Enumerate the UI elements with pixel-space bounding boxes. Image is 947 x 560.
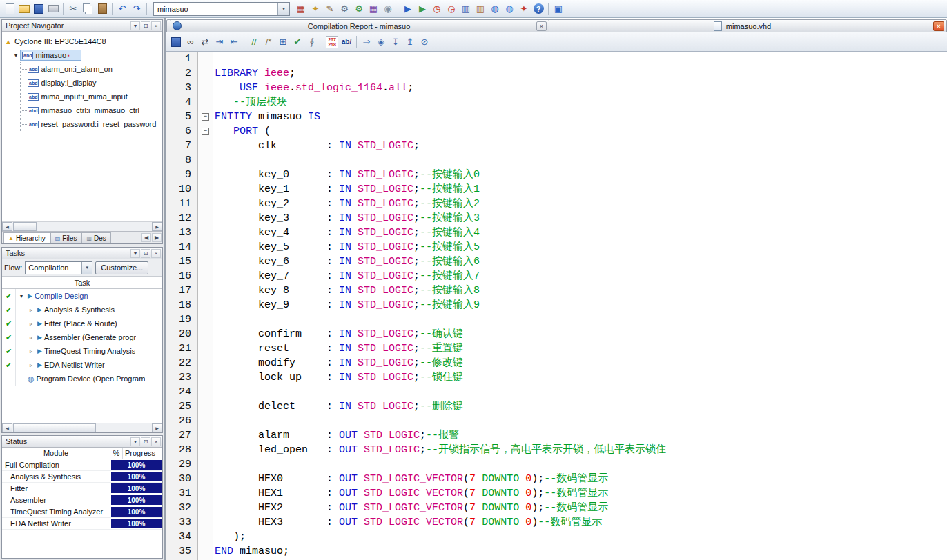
- expand-icon[interactable]: ▹: [27, 321, 35, 327]
- window-pin-icon[interactable]: ▾: [130, 437, 140, 446]
- tree-item-instance[interactable]: abdmima_input:i_mima_input: [21, 90, 162, 103]
- tree-item-instance[interactable]: abdalarm_on:i_alarm_on: [21, 62, 162, 76]
- bookmark-prev-icon[interactable]: ↥: [403, 35, 417, 49]
- project-navigator-header[interactable]: Project Navigator ▾⊡×: [2, 20, 162, 32]
- code-line[interactable]: confirm : IN STD_LOGIC;--确认键: [215, 327, 947, 341]
- code-line[interactable]: delect : IN STD_LOGIC;--删除键: [215, 399, 947, 414]
- code-line[interactable]: lock_up : IN STD_LOGIC;--锁住键: [215, 370, 947, 385]
- dropdown-icon[interactable]: ▾: [81, 262, 92, 274]
- scroll-thumb[interactable]: [13, 222, 37, 231]
- line-column-indicator[interactable]: 267268: [325, 35, 339, 49]
- code-line[interactable]: key_6 : IN STD_LOGIC;--按键输入6: [215, 254, 947, 269]
- window-close-icon[interactable]: ×: [151, 437, 161, 446]
- code-line[interactable]: END mimasuo;: [215, 544, 947, 559]
- code-line[interactable]: key_4 : IN STD_LOGIC;--按键输入4: [215, 226, 947, 240]
- window-float-icon[interactable]: ⊡: [141, 437, 150, 446]
- find-icon[interactable]: ∞: [184, 35, 197, 49]
- combo-dropdown-icon[interactable]: ▾: [277, 3, 289, 15]
- support-icon[interactable]: ✦: [517, 2, 531, 16]
- task-row[interactable]: ✔▹▶Fitter (Place & Route): [2, 317, 162, 330]
- print-icon[interactable]: [46, 2, 60, 16]
- simulator-icon[interactable]: ◉: [381, 2, 395, 16]
- tree-item-instance[interactable]: abdmimasuo_ctrl:i_mimasuo_ctrl: [21, 103, 162, 117]
- paste-icon[interactable]: [95, 2, 109, 16]
- code-line[interactable]: key_5 : IN STD_LOGIC;--按键输入5: [215, 240, 947, 254]
- tasks-header[interactable]: Tasks ▾⊡×: [2, 248, 162, 259]
- code-line[interactable]: HEX0 : OUT STD_LOGIC_VECTOR(7 DOWNTO 0);…: [215, 472, 947, 486]
- code-line[interactable]: [215, 153, 947, 168]
- insert-template-icon[interactable]: ⊞: [276, 35, 290, 49]
- technology-viewer-icon[interactable]: ▥: [474, 2, 487, 16]
- report-window-titlebar[interactable]: Compilation Report - mimasuo ×: [170, 19, 549, 32]
- expand-icon[interactable]: ▹: [27, 362, 35, 368]
- fold-collapse-icon[interactable]: −: [202, 113, 209, 121]
- start-analysis-icon[interactable]: ▶: [416, 2, 429, 16]
- fold-collapse-icon[interactable]: −: [202, 128, 209, 135]
- open-file-icon[interactable]: [17, 2, 31, 16]
- tree-item-instance[interactable]: abdreset_password:i_reset_password: [21, 117, 162, 131]
- tab-scroll-right-icon[interactable]: ▶: [152, 233, 162, 242]
- task-horizontal-scrollbar[interactable]: ◀▶: [2, 423, 162, 432]
- scroll-track[interactable]: [12, 423, 152, 432]
- window-close-icon[interactable]: ×: [151, 249, 161, 258]
- code-line[interactable]: key_0 : IN STD_LOGIC;--按键输入0: [215, 168, 947, 182]
- code-line[interactable]: [215, 312, 947, 327]
- progress-column-header[interactable]: Progress: [123, 448, 162, 459]
- replace-icon[interactable]: ⇄: [198, 35, 212, 49]
- new-file-icon[interactable]: [3, 2, 17, 16]
- code-line[interactable]: key_1 : IN STD_LOGIC;--按键输入1: [215, 182, 947, 197]
- scroll-right-icon[interactable]: ▶: [152, 222, 162, 231]
- goto-icon[interactable]: ⇒: [360, 35, 373, 49]
- undo-icon[interactable]: ↶: [115, 2, 129, 16]
- scroll-right-icon[interactable]: ▶: [152, 423, 162, 432]
- increase-indent-icon[interactable]: ⇥: [213, 35, 226, 49]
- tab-hierarchy[interactable]: ▲Hierarchy: [3, 232, 50, 243]
- code-line[interactable]: key_9 : IN STD_LOGIC;--按键输入9: [215, 298, 947, 312]
- status-header[interactable]: Status ▾⊡×: [2, 436, 162, 448]
- window-pin-icon[interactable]: ▾: [130, 21, 140, 30]
- redo-icon[interactable]: ↷: [130, 2, 144, 16]
- timequest-icon[interactable]: ◷: [430, 2, 444, 16]
- syntax-check-icon[interactable]: ✔: [291, 35, 304, 49]
- scroll-left-icon[interactable]: ◀: [2, 423, 12, 432]
- comment-icon[interactable]: //: [247, 35, 261, 49]
- code-line[interactable]: USE ieee.std_logic_1164.all;: [215, 81, 947, 95]
- window-close-icon[interactable]: ×: [151, 21, 161, 30]
- code-line[interactable]: [215, 414, 947, 428]
- tree-item-root[interactable]: ▾ abd mimasuo ▪: [2, 48, 162, 62]
- code-line[interactable]: key_2 : IN STD_LOGIC;--按键输入2: [215, 197, 947, 211]
- compiler-settings-icon[interactable]: ⚙: [352, 2, 366, 16]
- expand-icon[interactable]: ▹: [27, 348, 35, 354]
- task-row[interactable]: ◍Program Device (Open Program: [2, 372, 162, 386]
- settings-icon[interactable]: ⚙: [338, 2, 351, 16]
- code-line[interactable]: alarm : OUT STD_LOGIC;--报警: [215, 428, 947, 443]
- project-select[interactable]: mimasuo▾: [153, 2, 290, 16]
- code-line[interactable]: ENTITY mimasuo IS: [215, 110, 947, 124]
- tree-item-device[interactable]: ▲ Cyclone III: EP3C5E144C8: [2, 34, 162, 48]
- task-row[interactable]: ✔▹▶TimeQuest Timing Analysis: [2, 344, 162, 358]
- save-icon[interactable]: [169, 35, 183, 49]
- bookmark-next-icon[interactable]: ↧: [389, 35, 402, 49]
- code-line[interactable]: HEX2 : OUT STD_LOGIC_VECTOR(7 DOWNTO 0);…: [215, 501, 947, 515]
- scroll-left-icon[interactable]: ◀: [2, 222, 12, 231]
- window-float-icon[interactable]: ⊡: [141, 249, 150, 258]
- code-line[interactable]: reset : IN STD_LOGIC;--重置键: [215, 341, 947, 356]
- tab-scroll-left-icon[interactable]: ◀: [141, 233, 151, 242]
- code-line[interactable]: [215, 385, 947, 399]
- task-row[interactable]: ✔▹▶Analysis & Synthesis: [2, 303, 162, 317]
- decrease-indent-icon[interactable]: ⇤: [227, 35, 241, 49]
- code-line[interactable]: key_7 : IN STD_LOGIC;--按键输入7: [215, 269, 947, 283]
- uncomment-icon[interactable]: /*: [262, 35, 275, 49]
- scroll-track[interactable]: [12, 222, 152, 231]
- close-project-icon[interactable]: ▦: [294, 2, 308, 16]
- code-line[interactable]: [215, 457, 947, 472]
- code-line[interactable]: --顶层模块: [215, 95, 947, 110]
- code-line[interactable]: HEX3 : OUT STD_LOGIC_VECTOR(7 DOWNTO 0)-…: [215, 515, 947, 530]
- rtl-viewer-icon[interactable]: ▥: [459, 2, 473, 16]
- pin-planner-icon[interactable]: ✦: [309, 2, 322, 16]
- code-line[interactable]: );: [215, 530, 947, 544]
- ab-marker-icon[interactable]: ab/: [340, 35, 353, 49]
- window-float-icon[interactable]: ⊡: [141, 21, 150, 30]
- code-line[interactable]: LIBRARY ieee;: [215, 66, 947, 81]
- tab-files[interactable]: ▤Files: [50, 232, 82, 243]
